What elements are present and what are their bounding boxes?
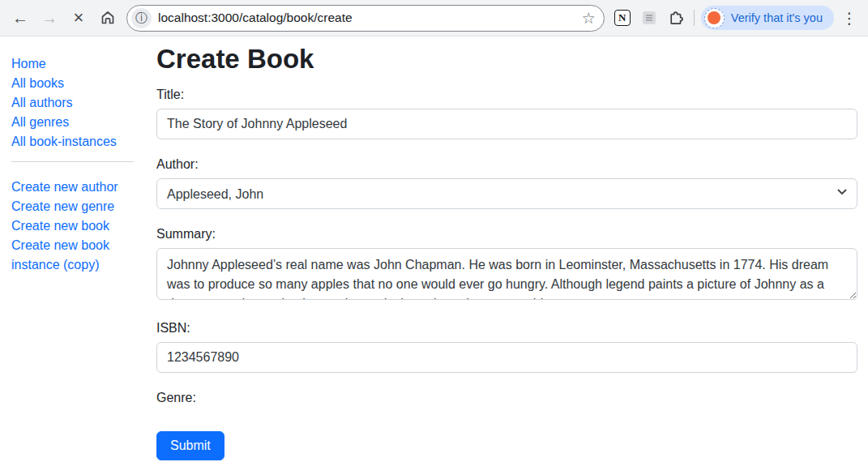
sidebar-item-create-book-instance: Create new book instance (copy) <box>11 236 134 275</box>
main-content: Create Book Title: Author: Appleseed, Jo… <box>145 36 868 462</box>
title-input[interactable] <box>156 109 857 139</box>
sidebar-item-all-authors: All authors <box>11 93 134 113</box>
verify-identity-button[interactable]: Verify that it's you <box>701 6 834 30</box>
bookmark-star-icon[interactable]: ☆ <box>582 11 596 26</box>
avatar-icon <box>708 11 720 24</box>
author-select-wrap: Appleseed, John <box>156 178 857 209</box>
extensions-cluster: N <box>611 10 687 26</box>
page-title: Create Book <box>156 43 857 75</box>
summary-textarea[interactable]: Johnny Appleseed’s real name was John Ch… <box>156 248 857 300</box>
submit-button[interactable]: Submit <box>156 431 224 460</box>
toolbar-divider <box>694 10 695 26</box>
site-info-icon[interactable]: ⓘ <box>131 8 152 28</box>
browser-menu-icon[interactable]: ⋮ <box>840 9 858 28</box>
home-link[interactable]: Home <box>11 57 46 71</box>
sidebar-item-create-genre: Create new genre <box>11 197 134 216</box>
nav-icon-group: ← → × <box>8 6 120 30</box>
verify-label: Verify that it's you <box>731 11 823 24</box>
author-select[interactable]: Appleseed, John <box>156 178 857 209</box>
extensions-puzzle-icon[interactable] <box>668 10 684 26</box>
sidebar-item-create-author: Create new author <box>11 178 134 197</box>
address-bar[interactable]: ⓘ localhost:3000/catalog/book/create ☆ <box>126 5 605 32</box>
sidebar-nav-list: Home All books All authors All genres Al… <box>11 54 134 152</box>
sidebar-item-all-book-instances: All book-instances <box>11 132 134 152</box>
create-book-link[interactable]: Create new book <box>11 219 109 233</box>
create-book-instance-link[interactable]: Create new book instance (copy) <box>11 238 109 272</box>
genre-field-group: Genre: <box>156 390 857 405</box>
isbn-field-group: ISBN: <box>156 320 857 373</box>
sidebar-item-create-book: Create new book <box>11 216 134 236</box>
create-genre-link[interactable]: Create new genre <box>11 199 114 213</box>
back-icon[interactable]: ← <box>8 6 32 30</box>
all-authors-link[interactable]: All authors <box>11 96 73 109</box>
genre-label: Genre: <box>156 390 857 405</box>
url-text[interactable]: localhost:3000/catalog/book/create <box>158 11 575 25</box>
notion-extension-icon[interactable]: N <box>614 10 631 26</box>
sidebar-divider <box>11 161 134 162</box>
page-content: Home All books All authors All genres Al… <box>0 36 868 462</box>
all-book-instances-link[interactable]: All book-instances <box>11 135 117 148</box>
reading-list-extension-icon[interactable] <box>641 10 657 26</box>
home-icon[interactable] <box>96 6 120 30</box>
summary-label: Summary: <box>156 226 857 242</box>
sidebar-item-all-genres: All genres <box>11 113 134 132</box>
all-genres-link[interactable]: All genres <box>11 115 69 129</box>
forward-icon: → <box>37 6 62 30</box>
isbn-input[interactable] <box>156 342 857 373</box>
stop-icon[interactable]: × <box>66 6 91 30</box>
author-field-group: Author: Appleseed, John <box>156 156 857 209</box>
author-label: Author: <box>156 156 857 172</box>
sidebar: Home All books All authors All genres Al… <box>0 36 145 462</box>
sidebar-create-list: Create new author Create new genre Creat… <box>11 178 134 275</box>
sidebar-item-home: Home <box>11 54 134 74</box>
title-field-group: Title: <box>156 87 857 139</box>
title-label: Title: <box>156 87 857 102</box>
profile-avatar <box>704 8 725 28</box>
create-author-link[interactable]: Create new author <box>11 180 118 194</box>
sidebar-item-all-books: All books <box>11 74 134 93</box>
browser-toolbar: ← → × ⓘ localhost:3000/catalog/book/crea… <box>0 0 868 36</box>
all-books-link[interactable]: All books <box>11 76 64 90</box>
isbn-label: ISBN: <box>156 320 857 336</box>
summary-field-group: Summary: Johnny Appleseed’s real name wa… <box>156 226 857 303</box>
